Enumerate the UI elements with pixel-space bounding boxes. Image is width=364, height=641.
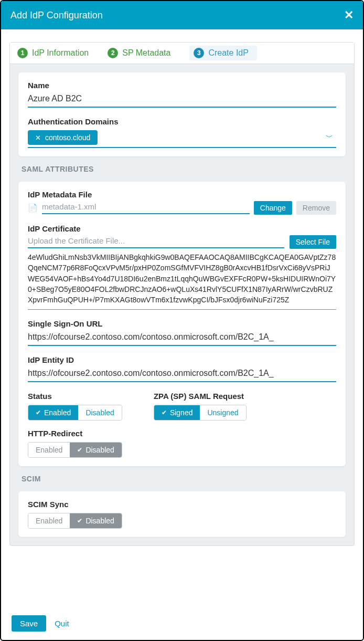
- dialog-footer: Save Quit: [1, 610, 363, 640]
- status-toggle-group: Status ✔Enabled Disabled: [28, 392, 122, 421]
- step-sp-metadata[interactable]: 2 SP Metadata: [108, 48, 170, 58]
- close-icon[interactable]: ✕: [344, 8, 354, 22]
- status-enabled-label: Enabled: [44, 408, 71, 417]
- zpa-unsigned-button[interactable]: Unsigned: [200, 405, 245, 420]
- check-icon: ✔: [162, 409, 167, 416]
- auth-domain-tag-label: contoso.cloud: [45, 133, 90, 142]
- step-label: IdP Information: [32, 48, 89, 58]
- select-file-button[interactable]: Select File: [290, 235, 336, 249]
- sso-url-input[interactable]: [28, 330, 336, 346]
- dialog-title: Add IdP Configuration: [10, 10, 103, 21]
- http-redirect-disabled-label: Disabled: [85, 446, 114, 454]
- step-label: SP Metadata: [122, 48, 170, 58]
- metadata-file-row: 📄 metadata-1.xml Change Remove: [28, 201, 336, 215]
- cert-upload-row: Upload the Certificate File... Select Fi…: [28, 235, 336, 249]
- name-field-group: Name: [28, 81, 336, 108]
- file-icon: 📄: [28, 203, 38, 213]
- metadata-file-name: metadata-1.xml: [42, 202, 250, 214]
- check-icon: ✔: [36, 409, 41, 416]
- scim-sync-label: SCIM Sync: [28, 500, 336, 509]
- name-input[interactable]: [28, 92, 336, 108]
- auth-domains-select[interactable]: ✕ contoso.cloud ﹀: [28, 128, 336, 148]
- step-number-icon: 2: [108, 48, 118, 58]
- sso-url-group: Single Sign-On URL: [28, 319, 336, 346]
- metadata-file-label: IdP Metadata File: [28, 190, 336, 199]
- zpa-signed-button[interactable]: ✔Signed: [154, 405, 200, 420]
- entity-id-label: IdP Entity ID: [28, 355, 336, 364]
- basic-info-card: Name Authentication Domains ✕ contoso.cl…: [18, 72, 346, 156]
- zpa-toggle-group: ZPA (SP) SAML Request ✔Signed Unsigned: [154, 392, 247, 421]
- zpa-toggle: ✔Signed Unsigned: [154, 405, 247, 421]
- save-button[interactable]: Save: [12, 615, 46, 632]
- change-file-button[interactable]: Change: [254, 201, 292, 215]
- http-redirect-enabled-button[interactable]: Enabled: [28, 443, 70, 457]
- http-redirect-group: HTTP-Redirect Enabled ✔Disabled: [28, 429, 336, 458]
- zpa-signed-label: Signed: [170, 408, 193, 417]
- scim-disabled-label: Disabled: [85, 517, 114, 525]
- status-toggle: ✔Enabled Disabled: [28, 405, 122, 421]
- dialog-content: 1 IdP Information 2 SP Metadata 3 Create…: [1, 29, 363, 610]
- scim-section-label: SCIM: [22, 475, 354, 483]
- cert-group: IdP Certificate Upload the Certificate F…: [28, 224, 336, 310]
- http-redirect-toggle: Enabled ✔Disabled: [28, 442, 122, 458]
- step-number-icon: 1: [17, 48, 28, 58]
- cert-label: IdP Certificate: [28, 224, 336, 233]
- entity-id-input[interactable]: [28, 366, 336, 382]
- scim-disabled-button[interactable]: ✔Disabled: [70, 513, 121, 528]
- auth-domain-tag[interactable]: ✕ contoso.cloud: [28, 130, 98, 145]
- saml-section-label: SAML ATTRIBUTES: [22, 165, 354, 173]
- check-icon: ✔: [77, 446, 82, 454]
- check-icon: ✔: [77, 517, 82, 524]
- metadata-file-group: IdP Metadata File 📄 metadata-1.xml Chang…: [28, 190, 336, 215]
- scim-enabled-button[interactable]: Enabled: [28, 513, 70, 528]
- chevron-down-icon[interactable]: ﹀: [326, 133, 336, 142]
- scim-card: SCIM Sync Enabled ✔Disabled: [18, 491, 346, 537]
- sso-url-label: Single Sign-On URL: [28, 319, 336, 328]
- zpa-label: ZPA (SP) SAML Request: [154, 392, 247, 401]
- auth-domains-group: Authentication Domains ✕ contoso.cloud ﹀: [28, 117, 336, 148]
- dialog-titlebar: Add IdP Configuration ✕: [1, 1, 363, 29]
- quit-link[interactable]: Quit: [55, 619, 69, 628]
- http-redirect-disabled-button[interactable]: ✔Disabled: [70, 443, 121, 457]
- toggle-row-1: Status ✔Enabled Disabled ZPA (SP) SAML R…: [28, 392, 336, 421]
- status-enabled-button[interactable]: ✔Enabled: [28, 405, 78, 420]
- status-disabled-button[interactable]: Disabled: [78, 405, 121, 420]
- status-label: Status: [28, 392, 122, 401]
- cert-placeholder: Upload the Certificate File...: [28, 236, 284, 248]
- name-label: Name: [28, 81, 336, 90]
- step-create-idp[interactable]: 3 Create IdP: [189, 46, 256, 60]
- http-redirect-label: HTTP-Redirect: [28, 429, 336, 438]
- auth-domains-label: Authentication Domains: [28, 117, 336, 126]
- remove-tag-icon[interactable]: ✕: [35, 134, 41, 142]
- step-number-icon: 3: [194, 48, 204, 58]
- wizard-steps: 1 IdP Information 2 SP Metadata 3 Create…: [10, 43, 354, 64]
- saml-card: IdP Metadata File 📄 metadata-1.xml Chang…: [18, 182, 346, 466]
- cert-textarea[interactable]: 4eWludGhiLmNsb3VkMIIBIjANBgkqhkiG9w0BAQE…: [28, 251, 336, 310]
- step-label: Create IdP: [208, 48, 248, 58]
- scim-sync-toggle: Enabled ✔Disabled: [28, 513, 122, 529]
- entity-id-group: IdP Entity ID: [28, 355, 336, 382]
- wizard-container: 1 IdP Information 2 SP Metadata 3 Create…: [9, 42, 355, 546]
- remove-file-button[interactable]: Remove: [296, 201, 336, 215]
- step-idp-information[interactable]: 1 IdP Information: [17, 48, 89, 58]
